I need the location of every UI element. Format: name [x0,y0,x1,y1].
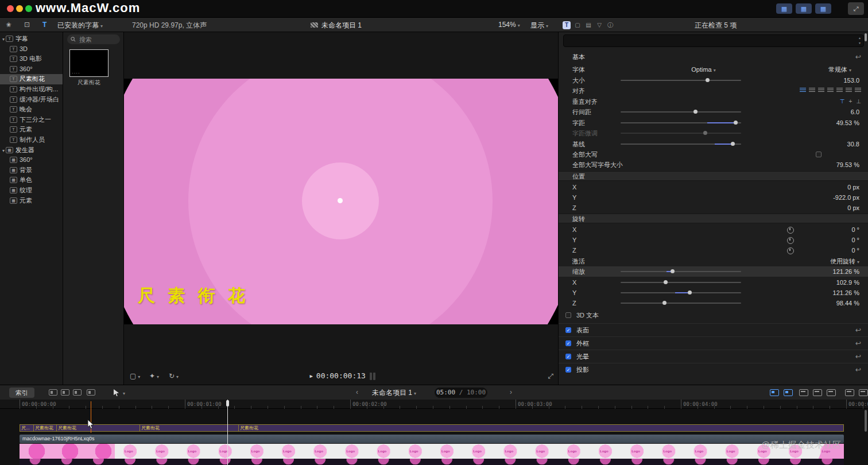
rotation-dial-icon[interactable] [787,227,794,234]
valign-bottom-button[interactable]: ⊥ [856,96,861,107]
photos-browser-icon[interactable]: ⊡ [24,21,30,29]
skimming-toggle-button[interactable] [827,389,836,396]
justify-full-button[interactable] [855,88,861,93]
sidebar-item-credits[interactable]: T制作人员 [0,135,63,145]
line-spacing-slider[interactable] [621,111,741,113]
minimize-window-button[interactable] [16,5,23,12]
sidebar-section-titles[interactable]: ▾T字幕 [0,34,63,44]
position-y-value[interactable]: -922.0 px [833,192,859,203]
timeline-project-select[interactable]: 未命名项目 1▾ [372,388,416,398]
connect-clip-button[interactable] [770,389,779,396]
timeline-clip-button-1[interactable] [49,389,57,396]
slider-thumb[interactable] [688,290,692,294]
index-button[interactable]: 索引 [9,388,34,398]
workspace-layout-button-3[interactable]: ▦ [815,3,831,14]
append-clip-button[interactable] [799,389,808,396]
text-entry-field[interactable]: ▴▾ [563,34,864,47]
info-inspector-tab[interactable]: ⓘ [606,21,614,29]
scale-z-slider[interactable] [621,303,741,304]
position-z-value[interactable]: 0 px [847,203,859,213]
position-x-value[interactable]: 0 px [847,182,859,192]
effects-browser-icon[interactable]: ✬ [6,21,11,29]
scale-x-value[interactable]: 102.9 % [836,277,859,288]
share-button[interactable]: ⤢ [848,2,864,15]
sidebar-section-generators[interactable]: ▾▦发生器 [0,145,63,156]
rotation-z-value[interactable]: 0 ° [851,245,859,255]
sidebar-item-elements[interactable]: T元素 [0,125,63,135]
surface-checkbox[interactable]: ✓ [565,327,571,333]
all-caps-checkbox[interactable] [816,152,822,157]
slider-thumb[interactable] [664,280,668,284]
outline-checkbox[interactable]: ✓ [565,340,571,346]
sidebar-item-bumper[interactable]: T缓冲器/开场白 [0,95,63,105]
viewer-view-dropdown[interactable]: 显示▾ [530,21,548,30]
playhead[interactable] [227,400,228,465]
size-slider[interactable] [621,80,741,81]
insert-clip-button[interactable] [784,389,793,396]
timeline-ruler[interactable]: 00:00:00:00 00:00:01:00 00:00:02:00 00:0… [0,400,868,409]
title-inspector-tab[interactable]: ▢ [574,21,582,29]
filmstrip[interactable]: LogoLogoLogoLogoLogoLogoLogoLogoLogoLogo… [20,444,844,459]
tool-menu-chevron[interactable]: ▾ [121,389,125,397]
titles-browser-icon[interactable]: T [42,21,46,29]
play-icon[interactable]: ▶ [309,373,312,379]
animate-select[interactable]: 使用旋转▾ [830,256,859,268]
next-project-button[interactable]: › [510,388,512,396]
slider-thumb[interactable] [693,110,698,114]
fullscreen-button[interactable]: ⤢ [548,372,553,380]
scale-z-value[interactable]: 98.44 % [836,298,859,308]
justify-left-button[interactable] [827,88,834,93]
sidebar-item-backgrounds[interactable]: ▦背景 [0,165,63,176]
reset-icon[interactable]: ↩ [855,52,861,62]
filter-inspector-tab[interactable]: ▽ [595,21,603,29]
all-caps-size-value[interactable]: 79.53 % [836,160,859,170]
timeline-clip-button-4[interactable] [87,389,95,396]
align-right-button[interactable] [818,88,824,93]
scale-y-slider[interactable] [621,292,741,293]
align-left-button[interactable] [800,88,806,93]
scale-x-slider[interactable] [621,282,741,283]
audio-meter-left[interactable] [370,373,372,380]
title-clip[interactable]: 尺素衔花 [238,424,844,432]
previous-project-button[interactable]: ‹ [356,388,358,396]
crop-tool-button[interactable]: ▢▾ [130,372,140,380]
3d-text-checkbox[interactable] [565,312,571,318]
valign-middle-button[interactable]: + [848,96,852,107]
rotation-x-value[interactable]: 0 ° [851,224,859,235]
reset-icon[interactable]: ↩ [855,363,861,377]
rotation-y-value[interactable]: 0 ° [851,235,859,245]
valign-top-button[interactable]: ⊤ [840,96,845,107]
title-overlay-text[interactable]: 尺 素 衔 花 [138,284,249,308]
sidebar-item-gen-elements[interactable]: ▦元素 [0,196,63,206]
reset-icon[interactable]: ↩ [855,337,861,350]
sidebar-item-lower-third[interactable]: T下三分之一 [0,115,63,125]
sidebar-item-3d-movie[interactable]: T3D 电影 [0,54,63,64]
reset-icon[interactable]: ↩ [855,324,861,337]
kerning-slider[interactable] [621,122,741,123]
justify-right-button[interactable] [846,88,852,93]
font-face-select[interactable]: 常规体▾ [828,64,851,76]
slider-thumb[interactable] [671,269,675,273]
timeline-scrollbar[interactable] [865,410,867,432]
inspector-scrollbar[interactable] [865,33,867,41]
justify-center-button[interactable] [836,88,843,93]
disclosure-triangle-icon[interactable]: ▾ [2,37,5,42]
slider-thumb[interactable] [734,121,738,125]
rotation-dial-icon[interactable] [787,247,794,254]
overwrite-clip-button[interactable] [813,389,822,396]
glow-checkbox[interactable]: ✓ [565,354,571,359]
workspace-layout-button-2[interactable]: ▦ [796,3,812,14]
title-clip[interactable]: 尺素衔花 [56,424,140,432]
sidebar-item-solids[interactable]: ▦单色 [0,175,63,185]
snapping-toggle-button[interactable] [845,389,854,396]
audio-meter-right[interactable] [373,373,375,380]
reset-icon[interactable]: ↩ [855,350,861,363]
search-field[interactable] [67,34,120,44]
stepper-up-icon[interactable]: ▴ [859,36,861,40]
sidebar-item-textures[interactable]: ▦纹理 [0,185,63,196]
title-thumbnail[interactable]: ···· [69,49,108,77]
sidebar-item-party[interactable]: T晚会 [0,104,63,115]
baseline-value[interactable]: 30.8 [847,139,859,149]
enhancements-button[interactable]: ✦▾ [149,372,159,380]
stepper-icon[interactable]: ▴▾ [859,36,861,46]
